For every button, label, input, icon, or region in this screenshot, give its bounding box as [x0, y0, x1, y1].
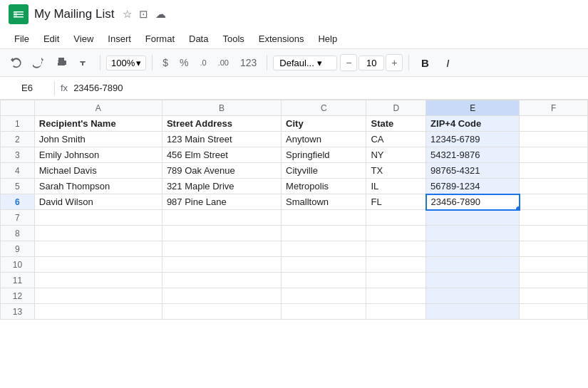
font-family-dropdown[interactable]: Defaul... ▾	[273, 56, 337, 70]
row-number[interactable]: 5	[1, 179, 35, 194]
cell-1-e[interactable]: ZIP+4 Code	[426, 116, 520, 132]
cell-11-a[interactable]	[34, 273, 162, 288]
cell-9-d[interactable]	[366, 241, 426, 257]
cell-3-d[interactable]: NY	[366, 147, 426, 163]
cell-4-f[interactable]	[520, 163, 588, 179]
row-number[interactable]: 4	[1, 163, 35, 179]
cell-9-c[interactable]	[282, 241, 366, 257]
menu-edit[interactable]: Edit	[38, 31, 65, 46]
cell-8-d[interactable]	[366, 226, 426, 241]
menu-extensions[interactable]: Extensions	[253, 31, 310, 46]
cell-10-b[interactable]	[162, 257, 281, 273]
cell-12-d[interactable]	[366, 288, 426, 304]
cell-13-b[interactable]	[162, 304, 281, 320]
row-number[interactable]: 7	[1, 210, 35, 226]
cell-5-f[interactable]	[520, 179, 588, 194]
cell-3-e[interactable]: 54321-9876	[426, 147, 520, 163]
cell-3-b[interactable]: 456 Elm Street	[162, 147, 281, 163]
menu-data[interactable]: Data	[183, 31, 214, 46]
cell-1-c[interactable]: City	[282, 116, 366, 132]
cell-9-f[interactable]	[520, 241, 588, 257]
cell-4-e[interactable]: 98765-4321	[426, 163, 520, 179]
cell-4-d[interactable]: TX	[366, 163, 426, 179]
menu-help[interactable]: Help	[312, 31, 343, 46]
cell-4-c[interactable]: Cityville	[282, 163, 366, 179]
cell-11-e[interactable]	[426, 273, 520, 288]
cell-7-f[interactable]	[520, 210, 588, 226]
menu-format[interactable]: Format	[140, 31, 180, 46]
cell-13-c[interactable]	[282, 304, 366, 320]
row-number[interactable]: 11	[1, 273, 35, 288]
row-number[interactable]: 2	[1, 132, 35, 147]
cell-2-f[interactable]	[520, 132, 588, 147]
cell-10-e[interactable]	[426, 257, 520, 273]
cell-9-e[interactable]	[426, 241, 520, 257]
row-number[interactable]: 13	[1, 304, 35, 320]
italic-button[interactable]: I	[438, 53, 458, 73]
decimal-dec-button[interactable]: .0	[196, 56, 211, 70]
row-number[interactable]: 10	[1, 257, 35, 273]
cell-5-d[interactable]: IL	[366, 179, 426, 194]
cell-3-c[interactable]: Springfield	[282, 147, 366, 163]
row-number[interactable]: 9	[1, 241, 35, 257]
cell-8-f[interactable]	[520, 226, 588, 241]
format-paint-button[interactable]	[74, 54, 94, 71]
cell-13-e[interactable]	[426, 304, 520, 320]
zoom-control[interactable]: 100% ▾	[106, 56, 146, 70]
cell-7-b[interactable]	[162, 210, 281, 226]
cloud-icon[interactable]: ☁	[155, 8, 166, 21]
font-decrease-button[interactable]: −	[340, 54, 357, 71]
cell-6-d[interactable]: FL	[366, 194, 426, 210]
cell-12-e[interactable]	[426, 288, 520, 304]
cell-8-a[interactable]	[34, 226, 162, 241]
row-number[interactable]: 3	[1, 147, 35, 163]
cell-2-e[interactable]: 12345-6789	[426, 132, 520, 147]
cell-5-e[interactable]: 56789-1234	[426, 179, 520, 194]
cell-2-a[interactable]: John Smith	[34, 132, 162, 147]
cell-6-a[interactable]: David Wilson	[34, 194, 162, 210]
cell-5-b[interactable]: 321 Maple Drive	[162, 179, 281, 194]
cell-7-e[interactable]	[426, 210, 520, 226]
cell-8-c[interactable]	[282, 226, 366, 241]
cell-12-b[interactable]	[162, 288, 281, 304]
cell-9-b[interactable]	[162, 241, 281, 257]
percent-button[interactable]: %	[175, 54, 192, 71]
col-header-c[interactable]: C	[282, 100, 366, 116]
menu-file[interactable]: File	[9, 31, 35, 46]
cell-11-c[interactable]	[282, 273, 366, 288]
cell-reference[interactable]: E6	[6, 83, 48, 93]
col-header-a[interactable]: A	[34, 100, 162, 116]
cell-2-d[interactable]: CA	[366, 132, 426, 147]
folder-icon[interactable]: ⊡	[139, 8, 148, 21]
formula-input[interactable]	[73, 83, 582, 93]
menu-insert[interactable]: Insert	[102, 31, 137, 46]
cell-3-f[interactable]	[520, 147, 588, 163]
font-size-value[interactable]: 10	[359, 56, 384, 70]
currency-button[interactable]: $	[158, 54, 172, 71]
cell-8-e[interactable]	[426, 226, 520, 241]
col-header-b[interactable]: B	[162, 100, 281, 116]
cell-8-b[interactable]	[162, 226, 281, 241]
cell-4-a[interactable]: Michael Davis	[34, 163, 162, 179]
cell-1-a[interactable]: Recipient's Name	[34, 116, 162, 132]
cell-11-f[interactable]	[520, 273, 588, 288]
cell-6-b[interactable]: 987 Pine Lane	[162, 194, 281, 210]
cell-7-d[interactable]	[366, 210, 426, 226]
cell-1-b[interactable]: Street Address	[162, 116, 281, 132]
cell-10-c[interactable]	[282, 257, 366, 273]
cell-4-b[interactable]: 789 Oak Avenue	[162, 163, 281, 179]
menu-view[interactable]: View	[68, 31, 99, 46]
cell-11-b[interactable]	[162, 273, 281, 288]
star-icon[interactable]: ☆	[123, 8, 132, 21]
cell-12-a[interactable]	[34, 288, 162, 304]
redo-button[interactable]	[29, 54, 48, 71]
cell-6-c[interactable]: Smalltown	[282, 194, 366, 210]
row-number[interactable]: 12	[1, 288, 35, 304]
undo-button[interactable]	[6, 54, 26, 71]
print-button[interactable]	[51, 54, 71, 71]
col-header-d[interactable]: D	[366, 100, 426, 116]
cell-6-f[interactable]	[520, 194, 588, 210]
cell-1-f[interactable]	[520, 116, 588, 132]
col-header-f[interactable]: F	[520, 100, 588, 116]
cell-11-d[interactable]	[366, 273, 426, 288]
